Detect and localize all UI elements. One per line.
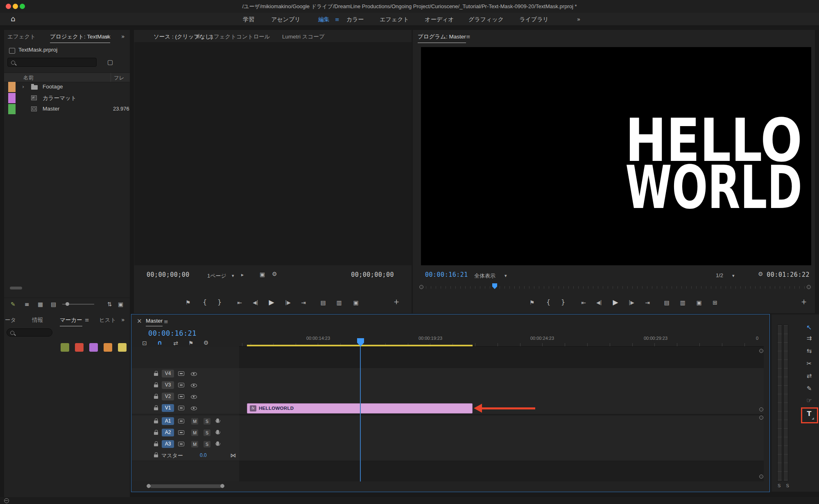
marker-color-green[interactable] bbox=[61, 343, 69, 352]
icon-view-icon[interactable]: ▦ bbox=[38, 301, 43, 307]
mute-button[interactable]: M bbox=[191, 418, 198, 425]
comparison-view-button[interactable]: ⊞ bbox=[713, 300, 717, 305]
program-current-timecode[interactable]: 00:00:16:21 bbox=[425, 271, 468, 278]
add-marker-button[interactable]: ⚑ bbox=[529, 300, 535, 305]
track-target-badge[interactable]: A3 bbox=[162, 440, 174, 448]
mark-in-button[interactable]: { bbox=[203, 299, 207, 305]
marker-color-red[interactable] bbox=[75, 343, 84, 352]
track-target-badge[interactable]: V4 bbox=[162, 370, 174, 377]
selection-tool-icon[interactable]: ↖ bbox=[806, 324, 812, 331]
timeline-panel-menu-icon[interactable]: ≡ bbox=[164, 319, 168, 324]
track-select-tool-icon[interactable]: ⇉ bbox=[807, 335, 812, 341]
track-visibility-eye-icon[interactable] bbox=[191, 407, 197, 410]
workspace-tab-effects[interactable]: エフェクト bbox=[380, 16, 409, 23]
voiceover-mic-icon[interactable] bbox=[216, 430, 219, 434]
close-sequence-icon[interactable]: × bbox=[137, 318, 142, 324]
solo-button[interactable]: S bbox=[204, 441, 210, 447]
chevron-down-icon[interactable]: ▾ bbox=[732, 273, 735, 278]
tab-history[interactable]: ヒスト bbox=[99, 316, 116, 324]
vscroll-knob-bottom[interactable] bbox=[759, 475, 763, 479]
program-settings-icon[interactable]: ⚙ bbox=[758, 271, 763, 277]
button-editor-plus[interactable]: + bbox=[394, 298, 399, 305]
track-target-badge[interactable]: A2 bbox=[162, 429, 174, 436]
mark-out-button[interactable]: } bbox=[217, 299, 222, 305]
step-back-button[interactable]: ◀| bbox=[253, 300, 258, 305]
zoom-window-button[interactable] bbox=[20, 4, 25, 9]
marker-color-orange[interactable] bbox=[104, 343, 112, 352]
track-visibility-eye-icon[interactable] bbox=[191, 395, 197, 399]
snap-magnet-icon[interactable]: ∩ bbox=[157, 340, 162, 346]
hscroll-knob-right[interactable] bbox=[220, 484, 224, 488]
chevron-down-icon[interactable]: ▾ bbox=[505, 273, 507, 278]
tab-markers[interactable]: マーカー bbox=[60, 316, 82, 326]
ripple-edit-tool-icon[interactable]: ⇆ bbox=[807, 348, 812, 354]
label-color-chip[interactable] bbox=[8, 82, 16, 92]
track-target-badge[interactable]: A1 bbox=[162, 417, 174, 425]
extract-button[interactable]: ▥ bbox=[680, 300, 685, 305]
vscroll-knob[interactable] bbox=[759, 416, 763, 420]
go-to-out-button[interactable]: ⇥ bbox=[645, 300, 650, 305]
workspace-tab-editing[interactable]: 編集 bbox=[318, 16, 330, 23]
lift-button[interactable]: ▤ bbox=[664, 300, 669, 305]
label-color-chip[interactable] bbox=[8, 93, 16, 103]
tab-effect-controls[interactable]: エフェクトコントロール bbox=[208, 33, 270, 41]
lock-icon[interactable] bbox=[154, 420, 158, 423]
source-patch-icon[interactable] bbox=[178, 430, 184, 435]
source-patch-icon[interactable] bbox=[178, 394, 184, 399]
tab-project[interactable]: プロジェクト: TextMask bbox=[50, 33, 110, 43]
tab-lumetri-scopes[interactable]: Lumetri スコープ bbox=[282, 33, 325, 41]
search-bin-icon[interactable]: ▢ bbox=[107, 59, 113, 66]
export-frame-button[interactable]: ▣ bbox=[696, 300, 701, 305]
sync-status-icon[interactable] bbox=[4, 498, 9, 503]
workspace-tab-graphics[interactable]: グラフィック bbox=[468, 16, 504, 23]
lock-icon[interactable] bbox=[154, 396, 158, 399]
workspace-tab-menu-icon[interactable]: ≡ bbox=[335, 17, 339, 22]
voiceover-mic-icon[interactable] bbox=[216, 441, 219, 445]
solo-button[interactable]: S bbox=[204, 429, 210, 436]
step-back-button[interactable]: ◀| bbox=[596, 300, 602, 305]
export-frame-button[interactable]: ▣ bbox=[353, 300, 358, 305]
step-forward-button[interactable]: |▶ bbox=[285, 300, 290, 305]
razor-tool-icon[interactable]: ✂ bbox=[807, 361, 812, 367]
tab-source-monitor[interactable]: ソース : (クリップなし) bbox=[154, 33, 213, 43]
timeline-playhead-line[interactable] bbox=[360, 346, 361, 481]
track-target-badge[interactable]: V1 bbox=[162, 404, 174, 412]
workspace-tab-color[interactable]: カラー bbox=[346, 16, 364, 23]
insert-button[interactable]: ▤ bbox=[320, 300, 326, 305]
timeline-hscrollbar[interactable] bbox=[150, 484, 222, 488]
workspace-tab-libraries[interactable]: ライブラリ bbox=[519, 16, 549, 23]
safe-margins-icon[interactable]: ▣ bbox=[260, 271, 265, 277]
home-icon[interactable]: ⌂ bbox=[11, 15, 15, 23]
workspace-overflow-icon[interactable]: » bbox=[577, 16, 581, 22]
tab-info[interactable]: 情報 bbox=[32, 316, 43, 324]
timeline-current-timecode[interactable]: 00:00:16:21 bbox=[148, 329, 197, 337]
list-view-icon[interactable]: ≡ bbox=[25, 301, 29, 307]
solo-button[interactable]: S bbox=[204, 418, 210, 425]
tab-sequence-master[interactable]: Master bbox=[146, 318, 163, 326]
freeform-view-icon[interactable]: ▤ bbox=[51, 301, 56, 307]
go-to-in-button[interactable]: ⇤ bbox=[237, 300, 242, 305]
lock-icon[interactable] bbox=[154, 407, 158, 410]
project-panel-overflow-icon[interactable]: » bbox=[121, 34, 125, 39]
tab-effects[interactable]: エフェクト bbox=[7, 33, 36, 41]
marker-panel-overflow-icon[interactable]: » bbox=[121, 317, 125, 323]
tab-program-monitor[interactable]: プログラム: Master bbox=[418, 33, 466, 43]
tab-metadata[interactable]: ータ bbox=[5, 316, 16, 324]
play-button[interactable]: ▶ bbox=[269, 299, 274, 306]
mark-in-button[interactable]: { bbox=[546, 299, 550, 305]
label-color-chip[interactable] bbox=[8, 104, 16, 114]
mark-out-button[interactable]: } bbox=[561, 299, 565, 305]
scrubber-right-knob[interactable] bbox=[807, 285, 811, 289]
project-item-footage[interactable]: › Footage bbox=[4, 81, 130, 93]
workspace-tab-learning[interactable]: 学習 bbox=[243, 16, 254, 23]
go-to-in-button[interactable]: ⇤ bbox=[581, 300, 586, 305]
add-marker-button[interactable]: ⚑ bbox=[186, 300, 191, 305]
source-fit-select[interactable]: 1ページ bbox=[207, 272, 226, 280]
hand-tool-icon[interactable]: ☞ bbox=[806, 398, 812, 404]
lock-icon[interactable] bbox=[154, 454, 158, 457]
source-patch-icon[interactable] bbox=[178, 383, 184, 387]
program-resolution-select[interactable]: 1/2 bbox=[716, 272, 723, 278]
source-panel-menu-icon[interactable]: ≡ bbox=[196, 34, 200, 39]
track-visibility-eye-icon[interactable] bbox=[191, 384, 197, 387]
voiceover-mic-icon[interactable] bbox=[216, 418, 219, 423]
